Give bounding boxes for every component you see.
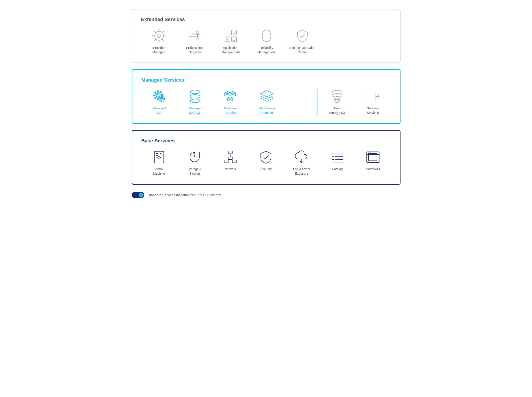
helm-icon: [152, 29, 166, 43]
svg-line-25: [196, 37, 198, 39]
svg-line-84: [230, 160, 234, 160]
list-lines-icon: [330, 150, 345, 164]
database-icon: [188, 89, 202, 104]
shield-check-outline-icon: [259, 150, 273, 164]
item-application-management: ApplicationManagement: [213, 29, 249, 55]
item-professional-services-label: ProfessionalServices: [186, 46, 203, 55]
page-wrapper: Extended Services: [132, 9, 400, 198]
item-log-event-exposure: Log & EventExposure: [284, 150, 320, 176]
item-network-label: Network: [225, 167, 236, 172]
svg-rect-29: [232, 30, 236, 35]
svg-marker-60: [260, 91, 273, 97]
managed-right-group: ObjectStorage S3: [319, 89, 391, 115]
svg-point-47: [190, 95, 200, 98]
svg-point-45: [161, 99, 163, 100]
clock-back-icon: [187, 150, 202, 164]
cloud-download-icon: [295, 150, 309, 164]
db-globe-icon: [330, 89, 344, 104]
item-file-service-premium-label: File ServicePremium: [259, 106, 275, 115]
box-arrow-icon: [366, 89, 380, 104]
item-security-label: Security: [260, 167, 272, 172]
base-services-section: Base Services VirtualMachine: [132, 130, 400, 185]
svg-point-3: [158, 29, 159, 30]
item-virtual-machine: VirtualMachine: [141, 150, 177, 176]
item-provider-managed-label: ProviderManaged: [152, 46, 165, 55]
item-security-operation-center: Security OperationCenter: [284, 29, 320, 55]
item-container-service-label: ContainerService: [224, 106, 238, 115]
item-object-storage-s3: ObjectStorage S3: [319, 89, 355, 115]
server-icon: [152, 150, 166, 164]
item-container-service: ContainerService: [213, 89, 249, 115]
presenter-icon: [188, 29, 202, 43]
item-managed-ms-sql-label: ManagedMS SQL: [188, 106, 201, 115]
svg-point-11: [154, 31, 155, 32]
svg-point-72: [158, 156, 160, 159]
item-catalog: Catalog: [320, 150, 355, 172]
managed-section-divider: [317, 89, 317, 115]
cubes-icon: [224, 89, 238, 104]
item-gateway-services-label: GatewayServices: [367, 106, 379, 115]
svg-point-97: [368, 153, 369, 154]
svg-rect-81: [228, 157, 232, 160]
item-reliability-management: ReliabilityManagement: [249, 29, 284, 55]
svg-rect-28: [225, 30, 230, 35]
managed-services-section: Managed Services: [132, 69, 400, 124]
svg-point-13: [163, 40, 164, 41]
network-icon: [223, 150, 237, 164]
gear-gear-icon: [152, 89, 166, 104]
item-storage-backup-label: Storage &Backup: [188, 167, 202, 176]
svg-rect-79: [224, 160, 228, 163]
svg-point-99: [371, 153, 373, 154]
item-log-event-exposure-label: Log & EventExposure: [293, 167, 310, 176]
svg-point-9: [165, 35, 166, 37]
svg-point-43: [157, 94, 159, 96]
extended-services-items: ProviderManaged: [141, 29, 391, 55]
extended-services-title: Extended Services: [141, 17, 391, 22]
carabiner-icon: [259, 29, 274, 43]
extended-services-section: Extended Services: [132, 9, 400, 63]
item-virtual-machine-label: VirtualMachine: [153, 167, 165, 176]
item-managed-os: ManagedOS: [141, 89, 177, 115]
svg-line-27: [192, 33, 195, 35]
svg-rect-71: [154, 151, 164, 163]
svg-point-61: [332, 90, 342, 93]
managed-services-title: Managed Services: [141, 77, 391, 83]
item-application-management-label: ApplicationManagement: [222, 46, 240, 55]
item-catalog-label: Catalog: [332, 167, 343, 172]
svg-rect-68: [367, 92, 375, 101]
svg-point-75: [161, 153, 162, 154]
item-managed-os-label: ManagedOS: [152, 106, 166, 115]
svg-point-15: [163, 31, 164, 32]
item-network: Network: [212, 150, 248, 172]
legend: Standard Services disponibles sur l'ESC …: [132, 192, 400, 198]
base-services-title: Base Services: [141, 138, 391, 144]
svg-line-26: [198, 37, 199, 39]
svg-point-21: [196, 31, 199, 34]
svg-line-23: [195, 34, 198, 35]
svg-point-41: [156, 93, 160, 97]
item-professional-services: ProfessionalServices: [177, 29, 213, 55]
item-object-storage-s3-label: ObjectStorage S3: [329, 106, 345, 115]
appgrid-icon: [224, 29, 238, 43]
item-reliability-management-label: ReliabilityManagement: [257, 46, 276, 55]
item-provider-managed: ProviderManaged: [141, 29, 177, 55]
item-file-service-premium: File ServicePremium: [249, 89, 285, 115]
layers-icon: [260, 89, 274, 104]
item-portal-api: Portal/API: [355, 150, 391, 172]
item-gateway-services: GatewayServices: [355, 89, 391, 115]
svg-line-83: [226, 160, 230, 160]
managed-services-items: ManagedOS ManagedMS SQL: [141, 89, 391, 115]
svg-point-48: [190, 99, 200, 103]
svg-point-98: [370, 153, 371, 154]
svg-point-7: [152, 35, 153, 37]
svg-point-0: [157, 34, 161, 38]
managed-left-group: ManagedOS ManagedMS SQL: [141, 89, 315, 115]
svg-point-42: [155, 92, 162, 99]
legend-badge: [132, 192, 144, 198]
item-managed-ms-sql: ManagedMS SQL: [177, 89, 213, 115]
svg-point-5: [158, 42, 159, 43]
base-services-items: VirtualMachine Storage &Backup: [141, 150, 391, 176]
item-portal-api-label: Portal/API: [366, 167, 380, 172]
svg-rect-80: [232, 160, 236, 163]
window-icon: [366, 150, 380, 164]
